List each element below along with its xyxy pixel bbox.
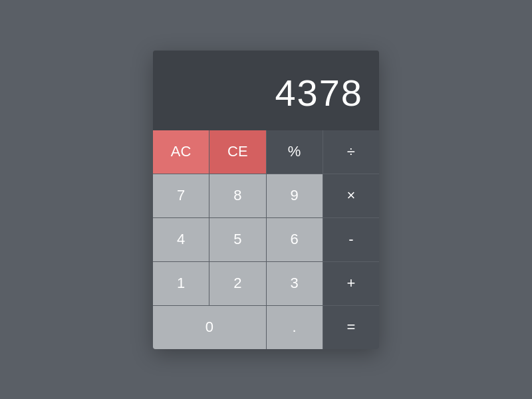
add-button[interactable]: + <box>323 262 379 305</box>
ac-button[interactable]: AC <box>153 130 209 174</box>
ce-button[interactable]: CE <box>209 130 265 174</box>
display: 4378 <box>153 51 379 130</box>
display-value: 4378 <box>275 71 363 114</box>
button-grid: AC CE % ÷ 7 8 9 × 4 5 6 - 1 2 3 + 0 . = <box>153 130 379 349</box>
subtract-button[interactable]: - <box>323 218 379 261</box>
percent-button[interactable]: % <box>267 130 323 174</box>
equals-button[interactable]: = <box>323 306 379 349</box>
calculator: 4378 AC CE % ÷ 7 8 9 × 4 5 6 - 1 2 3 + 0… <box>153 51 379 349</box>
three-button[interactable]: 3 <box>267 262 323 305</box>
six-button[interactable]: 6 <box>267 218 323 261</box>
zero-button[interactable]: 0 <box>153 306 266 349</box>
five-button[interactable]: 5 <box>209 218 265 261</box>
decimal-button[interactable]: . <box>267 306 323 349</box>
seven-button[interactable]: 7 <box>153 174 209 217</box>
divide-button[interactable]: ÷ <box>323 130 379 174</box>
two-button[interactable]: 2 <box>209 262 265 305</box>
eight-button[interactable]: 8 <box>209 174 265 217</box>
one-button[interactable]: 1 <box>153 262 209 305</box>
multiply-button[interactable]: × <box>323 174 379 217</box>
nine-button[interactable]: 9 <box>267 174 323 217</box>
four-button[interactable]: 4 <box>153 218 209 261</box>
